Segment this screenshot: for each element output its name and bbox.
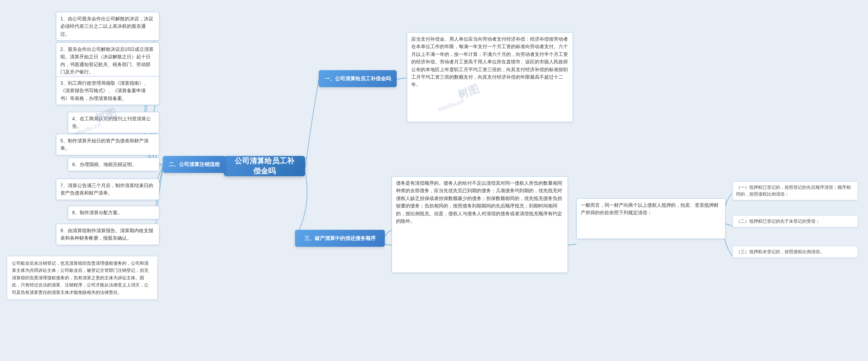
l1-2-label: 二、公司清算注销流程 [169,161,220,168]
step-9: 9、由清算组制作清算报告。清算期内收支报表和各种财务帐册，报股东确认。 [56,224,159,245]
l3-pledge-1: （一）抵押权已登记的，按照登记的先后顺序清偿；顺序相同的，按照债权比例清偿； [732,181,858,200]
step-4-text: 4、在工商局认可的报刊上刊登清算公告。 [72,116,151,129]
l2-compensation-box: 应当支付补偿金。用人单位应当向劳动者支付经济补偿：经济补偿按劳动者在本单位工作的… [407,32,573,122]
l3-p1-text: （一）抵押权已登记的，按照登记的先后顺序清偿；顺序相同的，按照债权比例清偿； [736,185,851,197]
l1-3-label: 三、破产清算中的偿还债务顺序 [304,235,376,242]
bottom-left-text: 公司歇业后未注销登记，也无清算组织负责清理债权债务的，公司和清算主体为共同诉讼主… [12,261,149,295]
central-node: 公司清算给员工补偿金吗 [224,156,305,176]
line-l1-1-compensation [397,78,407,80]
l1-1-label: 一、公司清算给员工补偿金吗 [325,76,391,82]
l2-compensation-text: 应当支付补偿金。用人单位应当向劳动者支付经济补偿：经济补偿按劳动者在本单位工作的… [411,36,568,87]
l2-pledges-box: 一般而言，同一财产向两个以上债权人抵押的，拍卖、变卖抵押财产所得的价款依照下列规… [576,198,726,239]
l1-node-2: 二、公司清算注销流程 [163,156,225,173]
step-2-text: 2、股东会作出公司解散决议后15日成立清算组。清算开始之日（决议解散之日）起十日… [60,46,154,75]
step-6-text: 6、办理国税、地税完税证明。 [72,162,137,167]
l3-p3-text: （三）抵押权未登记的，按照债权比例清偿。 [736,249,824,254]
step-6: 6、办理国税、地税完税证明。 [68,158,159,171]
step-1: 1、由公司股东会作出公司解散的决议，决议必须经代表三分之二以上表决权的股东通过。 [56,12,159,41]
bottom-left-box: 公司歇业后未注销登记，也无清算组织负责清理债权债务的，公司和清算主体为共同诉讼主… [7,256,158,300]
l2-pledges-text: 一般而言，同一财产向两个以上债权人抵押的，拍卖、变卖抵押财产所得的价款依照下列规… [581,202,718,215]
l3-p2-text: （二）抵押权已登记的先于未登记的受偿； [736,219,820,224]
l2-debt-box: 债务是有清偿顺序的。债务人的给付不足以清偿其对同一债权人所负的数量相同种类的全部… [392,176,568,273]
step-9-text: 9、由清算组制作清算报告。清算期内收支报表和各种财务帐册，报股东确认。 [60,228,153,241]
line-central-l1-3 [295,173,307,239]
step-5-text: 5、制作清算开始日的资产负债表和财产清单。 [60,138,149,151]
step-8: 8、制作清算分配方案。 [68,206,159,219]
step-7-text: 7、清算公告满三个月后，制作清算结束日的资产负债表和财产清单。 [60,183,153,196]
l3-pledge-3: （三）抵押权未登记的，按照债权比例清偿。 [732,246,858,258]
l1-node-1: 一、公司清算给员工补偿金吗 [319,70,397,87]
step-8-text: 8、制作清算分配方案。 [72,210,122,215]
step-7: 7、清算公告满三个月后，制作清算结束日的资产负债表和财产清单。 [56,179,159,200]
mind-map-canvas: 树图 shuitu.cn 树图 shuitu.cn 公司清算给员工 [0,0,868,361]
step-4: 4、在工商局认可的报刊上刊登清算公告。 [68,112,159,133]
central-label: 公司清算给员工补偿金吗 [231,156,298,176]
step-3: 3、到工商行政管理局领取《清算指南》、《清算报告书写格式》、《清算备案申请书》等… [56,76,159,105]
l1-node-3: 三、破产清算中的偿还债务顺序 [295,230,385,247]
line-central-l1-1 [305,80,319,168]
step-2: 2、股东会作出公司解散决议后15日成立清算组。清算开始之日（决议解散之日）起十日… [56,42,159,79]
step-1-text: 1、由公司股东会作出公司解散的决议，决议必须经代表三分之二以上表决权的股东通过。 [60,16,153,37]
l2-debt-text: 债务是有清偿顺序的。债务人的给付不足以清偿其对同一债权人所负的数量相同种类的全部… [396,180,562,224]
step-5: 5、制作清算开始日的资产负债表和财产清单。 [56,134,159,155]
l3-pledge-2: （二）抵押权已登记的先于未登记的受偿； [732,215,858,227]
step-3-text: 3、到工商行政管理局领取《清算指南》、《清算报告书写格式》、《清算备案申请书》等… [60,80,149,101]
